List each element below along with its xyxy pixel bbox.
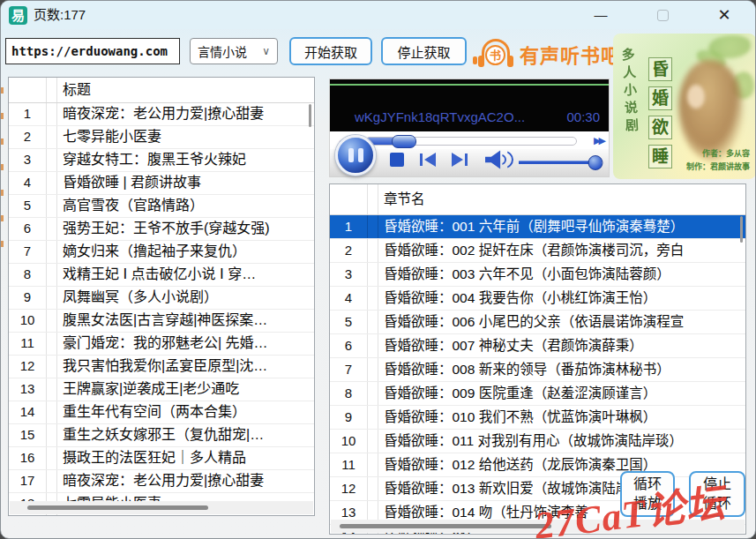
table-row[interactable]: 3昏婚欲睡：003 六年不见（小面包饰演陆蓉颜） bbox=[330, 263, 745, 287]
next-track-button[interactable] bbox=[452, 153, 468, 167]
table-row[interactable]: 1昏婚欲睡：001 六年前（剧舞吧寻仙饰演秦蓦楚） bbox=[330, 215, 745, 239]
row-number: 5 bbox=[9, 195, 47, 217]
cover-title-char: 睡 bbox=[648, 145, 672, 168]
pause-button[interactable] bbox=[335, 135, 376, 176]
table-row[interactable]: 17暗夜深宠：老公用力爱|撩心甜妻 bbox=[9, 470, 314, 493]
loop-play-button[interactable]: 循环播放 bbox=[620, 471, 675, 517]
table-row[interactable]: 4昏婚欲睡：004 我要告你（小桃红饰演王怡） bbox=[330, 287, 745, 311]
url-input[interactable] bbox=[5, 38, 180, 64]
row-number: 11 bbox=[9, 333, 47, 355]
elapsed-time: 00:30 bbox=[566, 108, 600, 127]
row-title: 摄政王的法医狂妃｜多人精品 bbox=[57, 447, 314, 469]
edge-tick bbox=[1, 164, 4, 170]
cover-title-char: 昏 bbox=[648, 57, 672, 81]
maximize-button[interactable] bbox=[643, 1, 682, 29]
previous-track-button[interactable] bbox=[420, 153, 436, 167]
table-row[interactable]: 5高官雪夜（官路情路） bbox=[9, 195, 314, 218]
table-row[interactable]: 8戏精王妃 Ⅰ 点击破亿小说 Ⅰ 穿… bbox=[9, 264, 314, 287]
start-fetch-button[interactable]: 开始获取 bbox=[289, 37, 372, 65]
table-row[interactable]: 5昏婚欲睡：006 小尾巴的父亲（依语晨诺饰演程宣 bbox=[330, 311, 745, 334]
row-title: 重生之妖女嫁邪王（复仇甜宠|… bbox=[57, 424, 314, 446]
chapter-list: 章节名 1昏婚欲睡：001 六年前（剧舞吧寻仙饰演秦蓦楚）2昏婚欲睡：002 捉… bbox=[329, 183, 746, 535]
hscroll-thumb[interactable] bbox=[27, 505, 208, 510]
row-title: 昏婚欲睡：011 对我别有用心（故城饰演陆岸琰） bbox=[378, 430, 745, 453]
novel-list-hscrollbar[interactable] bbox=[10, 501, 313, 514]
row-title: 昏婚欲睡：010 我们不熟（忧蓝饰演叶琳枫） bbox=[378, 406, 745, 429]
close-button[interactable]: ✕ bbox=[705, 1, 744, 29]
seek-bar[interactable] bbox=[365, 137, 577, 146]
table-row[interactable]: 7嫡女归来（撸起袖子来复仇） bbox=[9, 241, 314, 264]
brand-dot bbox=[473, 56, 477, 64]
book-char: 书 bbox=[485, 45, 505, 65]
table-row[interactable]: 11豪门婚宠：我的邪魅老公| 先婚… bbox=[9, 333, 314, 356]
row-title: 凤舞幽冥（多人小说剧） bbox=[57, 287, 314, 309]
table-row[interactable]: 14重生年代有空间（两本合集） bbox=[9, 401, 314, 424]
table-row[interactable]: 10昏婚欲睡：011 对我别有用心（故城饰演陆岸琰） bbox=[330, 430, 745, 453]
table-row[interactable]: 6强势王妃：王爷不放手(穿越女强) bbox=[9, 218, 314, 241]
cover-credits: 作者：多从容 制作：君颜讲故事 bbox=[686, 147, 750, 173]
row-number: 14 bbox=[9, 401, 47, 423]
row-number: 11 bbox=[330, 453, 368, 476]
row-gap bbox=[368, 477, 378, 500]
table-row[interactable]: 12昏婚欲睡：013 新欢旧爱（故城饰演陆岸琰） bbox=[330, 477, 745, 501]
chapter-list-hscrollbar[interactable] bbox=[331, 520, 745, 533]
prev-triangle bbox=[424, 153, 436, 167]
row-gap bbox=[368, 453, 378, 476]
row-number: 7 bbox=[330, 358, 368, 381]
row-title: 昏婚欲睡：008 新来的领导（番茄饰演林秘书） bbox=[378, 358, 745, 381]
chapter-list-vscrollbar[interactable] bbox=[740, 216, 743, 243]
row-title: 嫡女归来（撸起袖子来复仇） bbox=[57, 241, 314, 263]
novel-list-vscrollbar[interactable] bbox=[309, 104, 311, 127]
cover-author: 作者：多从容 bbox=[686, 147, 750, 160]
stop-fetch-button[interactable]: 停止获取 bbox=[381, 37, 467, 65]
row-gap bbox=[47, 310, 57, 332]
table-row[interactable]: 2昏婚欲睡：002 捉奸在床（君颜饰演楼司沉，旁白 bbox=[330, 239, 745, 263]
next-icon bbox=[465, 153, 468, 166]
row-title: 七零异能小医妻 bbox=[57, 126, 314, 148]
stop-playback-button[interactable] bbox=[390, 153, 404, 167]
category-dropdown[interactable]: 言情小说 ∨ bbox=[190, 38, 278, 64]
table-row[interactable]: 16摄政王的法医狂妃｜多人精品 bbox=[9, 447, 314, 470]
table-row[interactable]: 6昏婚欲睡：007 神秘丈夫（君颜饰演薛秉） bbox=[330, 334, 745, 358]
row-number: 1 bbox=[330, 215, 368, 238]
minimize-button[interactable]: — bbox=[581, 1, 620, 29]
table-row[interactable]: 3穿越女特工：腹黑王爷火辣妃 bbox=[9, 149, 314, 172]
row-number: 2 bbox=[330, 239, 368, 262]
row-number: 6 bbox=[9, 218, 47, 240]
table-row[interactable]: 9凤舞幽冥（多人小说剧） bbox=[9, 287, 314, 310]
row-title: 腹黑女法医|古言穿越|神医探案… bbox=[57, 310, 314, 332]
hscroll-thumb[interactable] bbox=[340, 524, 551, 528]
row-gap bbox=[47, 218, 57, 240]
row-title: 王牌赢家|逆袭成王|老少通吃 bbox=[57, 378, 314, 401]
row-title: 昏婚欲睡：001 六年前（剧舞吧寻仙饰演秦蓦楚） bbox=[378, 215, 745, 238]
volume-icon[interactable] bbox=[485, 150, 512, 169]
edge-tick bbox=[1, 138, 4, 145]
table-row[interactable]: 11昏婚欲睡：012 给他送药（龙辰饰演秦卫国） bbox=[330, 453, 745, 477]
prev-icon bbox=[420, 153, 423, 166]
table-row[interactable]: 4昏婚欲睡 | 君颜讲故事 bbox=[9, 172, 314, 195]
row-title: 戏精王妃 Ⅰ 点击破亿小说 Ⅰ 穿… bbox=[57, 264, 314, 286]
row-number: 8 bbox=[9, 264, 47, 286]
fast-forward-icon[interactable]: ▶▶ bbox=[594, 135, 603, 146]
table-row[interactable]: 12我只害怕我爱你|孟宴臣原型|沈… bbox=[9, 356, 314, 378]
cover-figure bbox=[678, 60, 744, 161]
titlebar[interactable]: 易 页数:177 — ✕ bbox=[1, 1, 755, 29]
stop-loop-button[interactable]: 停止循环 bbox=[689, 471, 745, 517]
table-row[interactable]: 7昏婚欲睡：008 新来的领导（番茄饰演林秘书） bbox=[330, 358, 745, 382]
volume-thumb[interactable] bbox=[588, 155, 603, 170]
table-row[interactable]: 15重生之妖女嫁邪王（复仇甜宠|… bbox=[9, 424, 314, 447]
table-row[interactable]: 1暗夜深宠：老公用力爱|撩心甜妻 bbox=[9, 103, 314, 126]
table-row[interactable]: 2七零异能小医妻 bbox=[9, 126, 314, 149]
chapter-title-header: 章节名 bbox=[378, 184, 745, 214]
row-number: 4 bbox=[330, 287, 368, 310]
row-gap bbox=[47, 149, 57, 171]
seek-thumb[interactable] bbox=[392, 135, 416, 148]
row-number: 10 bbox=[9, 310, 47, 332]
table-row[interactable]: 9昏婚欲睡：010 我们不熟（忧蓝饰演叶琳枫） bbox=[330, 406, 745, 430]
table-row[interactable]: 8昏婚欲睡：009 医院重逢（赵羞涩演顾谨言） bbox=[330, 382, 745, 406]
row-gap bbox=[368, 215, 378, 238]
table-row[interactable]: 10腹黑女法医|古言穿越|神医探案… bbox=[9, 310, 314, 333]
header-gap-col bbox=[47, 78, 57, 102]
table-row[interactable]: 13王牌赢家|逆袭成王|老少通吃 bbox=[9, 378, 314, 401]
row-title: 重生年代有空间（两本合集） bbox=[57, 401, 314, 423]
